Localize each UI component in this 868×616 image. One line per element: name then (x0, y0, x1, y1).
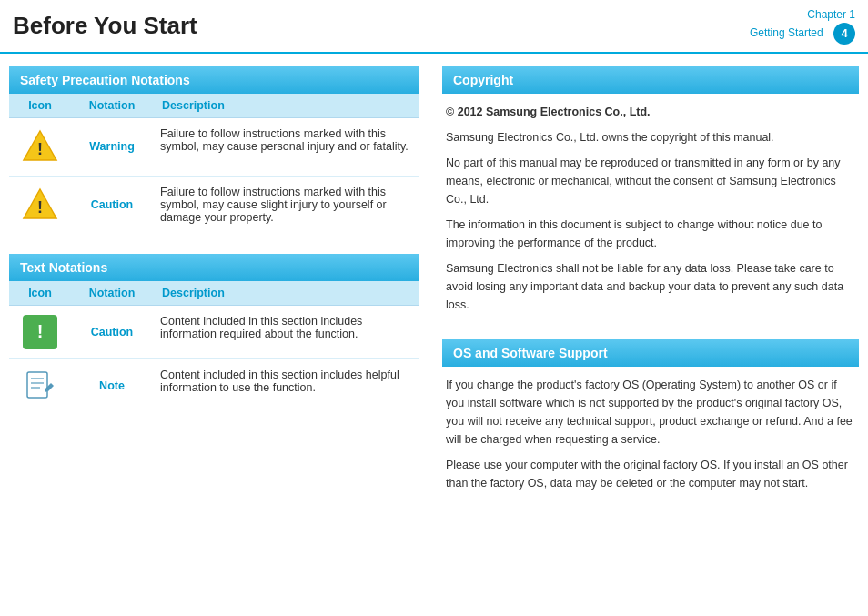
copyright-p2: No part of this manual may be reproduced… (446, 154, 855, 208)
caution-triangle-icon: ! (22, 186, 58, 222)
os-section: OS and Software Support If you change th… (442, 339, 859, 501)
warning-notation: Warning (71, 117, 153, 176)
text-notations-section: Text Notations Icon Notation Description… (9, 254, 419, 413)
safety-col-description: Description (153, 94, 419, 118)
table-row: ! Warning Failure to follow instructions… (9, 117, 419, 176)
text-table: Icon Notation Description ! Caution Cont… (9, 281, 419, 413)
table-row: ! Caution Failure to follow instructions… (9, 176, 419, 234)
chapter-num: 4 (833, 23, 855, 45)
note-notation: Note (71, 358, 153, 413)
copyright-section: Copyright © 2012 Samsung Electronics Co.… (442, 66, 859, 323)
warning-description: Failure to follow instructions marked wi… (153, 117, 419, 176)
safety-section: Safety Precaution Notations Icon Notatio… (9, 66, 419, 234)
os-p2: Please use your computer with the origin… (446, 456, 855, 492)
chapter-label: Chapter 1 (807, 8, 855, 21)
warning-icon-cell: ! (9, 117, 71, 176)
green-exclamation-icon: ! (23, 315, 57, 349)
copyright-p1: Samsung Electronics Co., Ltd. owns the c… (446, 128, 855, 146)
text-table-header-row: Icon Notation Description (9, 281, 419, 306)
chapter-sub: Getting Started (750, 26, 823, 39)
warning-triangle-icon: ! (22, 127, 58, 164)
safety-section-header: Safety Precaution Notations (9, 66, 419, 94)
text-col-description: Description (153, 281, 419, 306)
page-header: Before You Start Chapter 1 Getting Start… (0, 0, 868, 54)
text-caution-description: Content included in this section include… (153, 305, 419, 358)
caution-description: Failure to follow instructions marked wi… (153, 176, 419, 234)
copyright-bold: © 2012 Samsung Electronics Co., Ltd. (446, 103, 855, 121)
right-column: Copyright © 2012 Samsung Electronics Co.… (433, 66, 859, 501)
svg-text:!: ! (37, 140, 43, 158)
left-column: Safety Precaution Notations Icon Notatio… (9, 66, 433, 501)
copyright-p4: Samsung Electronics shall not be liable … (446, 259, 855, 314)
safety-col-icon: Icon (9, 94, 71, 118)
table-row: Note Content included in this section in… (9, 358, 419, 413)
os-content: If you change the product's factory OS (… (442, 367, 859, 501)
copyright-content: © 2012 Samsung Electronics Co., Ltd. Sam… (442, 94, 859, 323)
text-col-icon: Icon (9, 281, 71, 306)
svg-rect-4 (27, 372, 47, 398)
copyright-header: Copyright (442, 66, 859, 94)
table-row: ! Caution Content included in this secti… (9, 305, 419, 358)
note-icon-cell (9, 358, 71, 413)
os-section-header: OS and Software Support (442, 339, 859, 367)
text-section-header: Text Notations (9, 254, 419, 281)
safety-col-notation: Notation (71, 94, 153, 118)
note-pencil-icon (24, 369, 56, 401)
safety-table: Icon Notation Description ! (9, 94, 419, 234)
caution-notation: Caution (71, 176, 153, 234)
copyright-p3: The information in this document is subj… (446, 216, 855, 252)
caution-icon-cell: ! (9, 176, 71, 234)
text-caution-notation: Caution (71, 305, 153, 358)
safety-table-header-row: Icon Notation Description (9, 94, 419, 118)
main-content: Safety Precaution Notations Icon Notatio… (0, 54, 868, 514)
svg-text:!: ! (37, 198, 43, 217)
page-title: Before You Start (13, 12, 197, 40)
green-caution-cell: ! (9, 305, 71, 358)
os-p1: If you change the product's factory OS (… (446, 376, 855, 449)
note-description: Content included in this section include… (153, 358, 419, 413)
text-col-notation: Notation (71, 281, 153, 306)
chapter-info: Chapter 1 Getting Started 4 (750, 7, 855, 45)
